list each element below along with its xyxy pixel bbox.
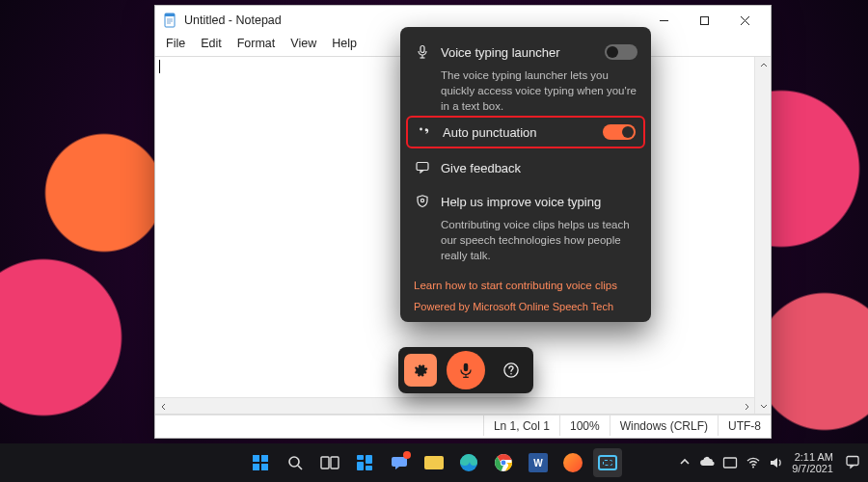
wifi-icon[interactable]	[746, 455, 761, 470]
voice-launcher-label: Voice typing launcher	[441, 45, 595, 60]
svg-rect-28	[357, 462, 364, 470]
status-lncol: Ln 1, Col 1	[483, 415, 559, 436]
svg-rect-9	[420, 46, 424, 53]
word-button[interactable]: W	[524, 448, 553, 477]
snipping-tool-button[interactable]	[593, 448, 622, 477]
voice-settings-button[interactable]	[404, 354, 437, 387]
system-tray: 2:11 AM 9/7/2021	[678, 451, 860, 474]
svg-rect-27	[366, 455, 372, 464]
firefox-icon	[563, 453, 583, 472]
desktop: Untitled - Notepad File Edit Format View…	[0, 0, 868, 482]
improve-row: Help us improve voice typing	[400, 183, 651, 217]
scroll-up-icon[interactable]	[755, 57, 771, 73]
search-button[interactable]	[281, 448, 310, 477]
voice-launcher-desc: The voice typing launcher lets you quick…	[400, 67, 651, 116]
word-icon: W	[529, 453, 548, 472]
folder-icon	[424, 456, 444, 469]
firefox-button[interactable]	[558, 448, 587, 477]
chrome-button[interactable]	[489, 448, 518, 477]
volume-icon[interactable]	[769, 455, 784, 470]
svg-point-22	[289, 457, 299, 467]
menu-format[interactable]: Format	[231, 35, 283, 52]
give-feedback-row[interactable]: Give feedback	[400, 152, 651, 183]
punctuation-icon	[416, 123, 433, 141]
maximize-button[interactable]	[684, 7, 724, 34]
voice-launcher-row: Voice typing launcher	[400, 37, 651, 67]
taskbar-center: W	[246, 448, 622, 477]
svg-rect-36	[847, 457, 858, 466]
window-title: Untitled - Notepad	[184, 13, 282, 27]
voice-mic-button[interactable]	[447, 351, 485, 389]
svg-rect-13	[417, 163, 428, 171]
menu-file[interactable]: File	[159, 35, 192, 52]
statusbar: Ln 1, Col 1 100% Windows (CRLF) UTF-8	[155, 415, 771, 436]
start-button[interactable]	[246, 448, 275, 477]
close-button[interactable]	[724, 7, 765, 34]
notepad-icon	[163, 13, 178, 28]
shield-icon	[414, 193, 431, 210]
horizontal-scrollbar[interactable]	[155, 397, 754, 414]
notification-center-button[interactable]	[845, 454, 860, 471]
svg-rect-25	[331, 457, 339, 469]
status-encoding: UTF-8	[718, 415, 771, 436]
svg-line-23	[298, 466, 302, 469]
svg-rect-15	[464, 363, 469, 371]
auto-punctuation-toggle[interactable]	[603, 124, 636, 140]
status-eol: Windows (CRLF)	[610, 415, 718, 436]
clock[interactable]: 2:11 AM 9/7/2021	[792, 451, 833, 474]
scroll-down-icon[interactable]	[755, 397, 771, 414]
onedrive-icon[interactable]	[699, 455, 715, 470]
task-view-button[interactable]	[315, 448, 344, 477]
svg-rect-24	[321, 457, 329, 469]
feedback-icon	[414, 159, 431, 176]
svg-rect-19	[261, 455, 268, 462]
clock-time: 2:11 AM	[792, 451, 833, 463]
menu-view[interactable]: View	[284, 35, 323, 52]
scroll-right-icon[interactable]	[738, 398, 754, 415]
svg-point-17	[510, 373, 512, 375]
svg-rect-21	[261, 464, 268, 470]
svg-point-35	[752, 467, 754, 469]
voice-launcher-toggle[interactable]	[605, 44, 637, 60]
scroll-left-icon[interactable]	[155, 398, 172, 415]
file-explorer-button[interactable]	[420, 448, 448, 477]
svg-rect-34	[724, 458, 737, 468]
svg-rect-18	[253, 455, 259, 462]
auto-punctuation-row: Auto punctuation	[406, 116, 645, 148]
svg-point-14	[420, 200, 423, 202]
taskbar: W 2:11 AM 9/7/2021	[0, 443, 868, 482]
svg-point-33	[502, 461, 506, 466]
give-feedback-label: Give feedback	[441, 161, 637, 175]
snip-icon	[598, 455, 617, 470]
menu-edit[interactable]: Edit	[194, 35, 229, 52]
edge-button[interactable]	[454, 448, 483, 477]
svg-point-12	[420, 128, 422, 131]
chat-button[interactable]	[385, 448, 414, 477]
svg-rect-20	[253, 464, 259, 470]
tray-overflow-button[interactable]	[678, 455, 692, 470]
vertical-scrollbar[interactable]	[754, 57, 771, 414]
microphone-icon	[414, 43, 431, 61]
learn-contribute-link[interactable]: Learn how to start contributing voice cl…	[400, 274, 651, 295]
menu-help[interactable]: Help	[325, 35, 364, 52]
improve-desc: Contributing voice clips helps us teach …	[400, 217, 651, 273]
svg-rect-1	[165, 13, 175, 16]
voice-typing-dock	[398, 347, 533, 393]
voice-help-button[interactable]	[495, 354, 528, 387]
text-caret	[159, 60, 160, 73]
voice-typing-panel: Voice typing launcher The voice typing l…	[400, 27, 651, 322]
svg-rect-6	[700, 16, 708, 24]
widgets-button[interactable]	[350, 448, 379, 477]
improve-label: Help us improve voice typing	[441, 195, 637, 209]
svg-rect-26	[357, 455, 364, 460]
auto-punctuation-label: Auto punctuation	[443, 125, 593, 140]
input-indicator-icon[interactable]	[722, 455, 738, 470]
powered-by-text: Powered by Microsoft Online Speech Tech	[400, 295, 651, 314]
clock-date: 9/7/2021	[792, 463, 833, 474]
svg-rect-29	[366, 466, 372, 470]
status-zoom: 100%	[559, 415, 610, 436]
notification-badge-icon	[403, 451, 411, 459]
